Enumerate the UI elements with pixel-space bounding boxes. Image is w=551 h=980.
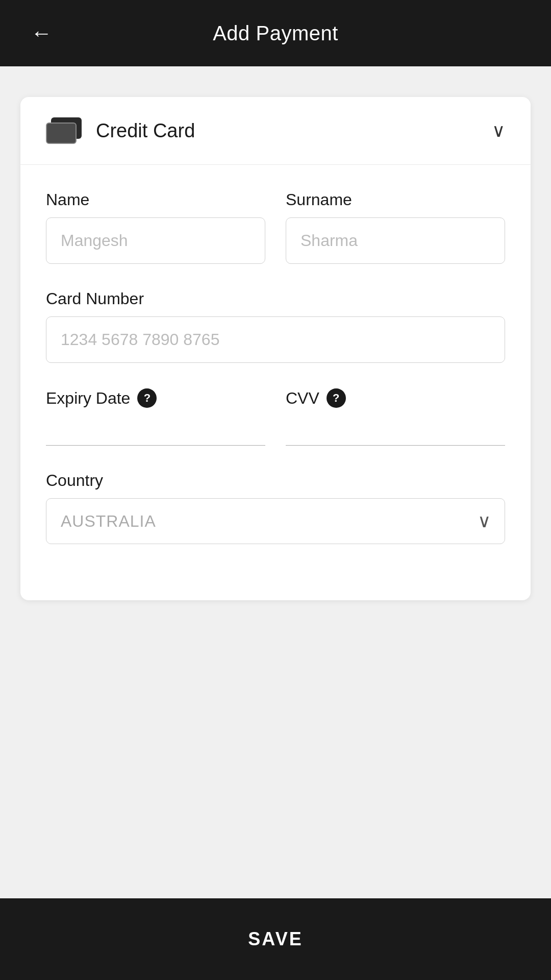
country-label: Country (46, 471, 505, 490)
cvv-input-wrapper (286, 416, 505, 446)
card-number-group: Card Number (46, 289, 505, 363)
back-button[interactable]: ← (26, 16, 57, 51)
card-type-selector[interactable]: Credit Card ∨ (20, 97, 531, 165)
country-group: Country AUSTRALIA UNITED STATES UNITED K… (46, 471, 505, 544)
cvv-group: CVV ? (286, 388, 505, 446)
expiry-label: Expiry Date ? (46, 388, 265, 408)
name-label: Name (46, 190, 265, 209)
surname-group: Surname (286, 190, 505, 264)
expiry-cvv-row: Expiry Date ? CVV ? (46, 388, 505, 446)
main-content: Credit Card ∨ Name Surname (0, 66, 551, 980)
form-area: Name Surname Card Number (20, 165, 531, 600)
expiry-input-wrapper (46, 416, 265, 446)
page-title: Add Payment (213, 22, 338, 45)
save-label: SAVE (248, 928, 303, 950)
country-row: Country AUSTRALIA UNITED STATES UNITED K… (46, 471, 505, 544)
name-input[interactable] (46, 217, 265, 264)
surname-label: Surname (286, 190, 505, 209)
cvv-input[interactable] (286, 416, 505, 446)
card-header-left: Credit Card (46, 117, 195, 144)
chevron-down-icon: ∨ (492, 120, 505, 141)
cvv-label: CVV ? (286, 388, 505, 408)
expiry-group: Expiry Date ? (46, 388, 265, 446)
name-surname-row: Name Surname (46, 190, 505, 264)
card-number-label: Card Number (46, 289, 505, 308)
surname-input[interactable] (286, 217, 505, 264)
card-number-row: Card Number (46, 289, 505, 363)
card-front-layer (46, 122, 77, 144)
name-group: Name (46, 190, 265, 264)
save-button[interactable]: SAVE (0, 898, 551, 980)
country-select-wrapper: AUSTRALIA UNITED STATES UNITED KINGDOM I… (46, 498, 505, 544)
expiry-help-icon[interactable]: ? (137, 388, 157, 408)
cvv-help-icon[interactable]: ? (327, 388, 346, 408)
card-type-label: Credit Card (96, 120, 195, 142)
card-number-input[interactable] (46, 316, 505, 363)
header: ← Add Payment (0, 0, 551, 66)
back-icon: ← (31, 21, 52, 45)
credit-card-icon (46, 117, 82, 144)
card-container: Credit Card ∨ Name Surname (20, 97, 531, 600)
expiry-input[interactable] (46, 416, 265, 446)
country-select[interactable]: AUSTRALIA UNITED STATES UNITED KINGDOM I… (46, 498, 505, 544)
